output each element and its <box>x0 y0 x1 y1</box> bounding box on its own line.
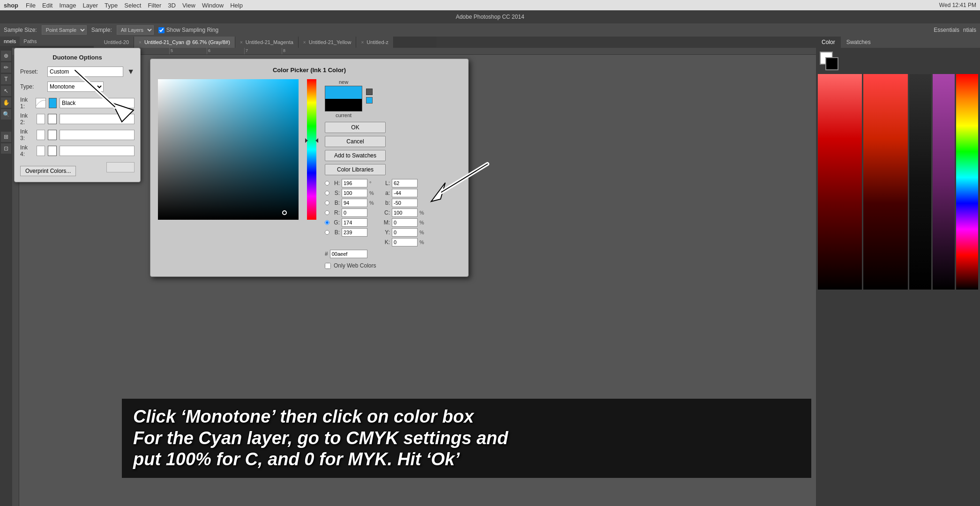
cancel-button[interactable]: Cancel <box>325 136 386 147</box>
input-Y[interactable] <box>392 228 418 237</box>
input-M[interactable] <box>392 218 418 227</box>
unit-H: ° <box>369 180 376 186</box>
input-B[interactable] <box>342 199 367 207</box>
tool-arrow[interactable]: ↖ <box>1 86 11 96</box>
tool-extra2[interactable]: ⊡ <box>1 143 11 154</box>
ink1-color-box[interactable] <box>49 98 57 108</box>
ink4-name-input[interactable] <box>60 146 135 156</box>
hex-input[interactable] <box>330 250 367 258</box>
tool-panel: ⊕ ✏ T ↖ ✋ 🔍 ⊞ ⊡ <box>0 48 12 506</box>
add-to-swatches-button[interactable]: Add to Swatches <box>325 150 386 161</box>
sample-size-select[interactable]: Point Sample <box>42 25 87 35</box>
overprint-colors-btn[interactable]: Overprint Colors... <box>20 166 76 176</box>
ink4-color-box[interactable] <box>48 146 57 156</box>
duotone-bottom: Overprint Colors... <box>20 162 135 176</box>
unit-K: % <box>419 239 424 245</box>
background-color[interactable] <box>825 57 838 70</box>
only-web-colors-checkbox[interactable] <box>325 263 331 269</box>
input-R[interactable] <box>342 208 367 217</box>
type-select[interactable]: Monotone Duotone Tritone Quadtone <box>47 82 104 92</box>
radio-B[interactable] <box>325 201 329 205</box>
menu-layer[interactable]: Layer <box>83 2 98 9</box>
radio-H[interactable] <box>325 181 329 186</box>
channels-tab-paths[interactable]: Paths <box>20 37 40 46</box>
color-tab[interactable]: Color <box>816 37 841 48</box>
field-row-B: B: % b: <box>325 199 428 207</box>
input-K[interactable] <box>392 238 418 246</box>
ink3-name-input[interactable] <box>60 130 135 140</box>
input-a[interactable] <box>392 189 418 197</box>
hue-arrow-left <box>315 138 318 143</box>
input-L[interactable] <box>392 179 418 187</box>
tab-untitled-21-cyan[interactable]: × Untitled-21_Cyan @ 66.7% (Gray/8#) <box>134 37 235 48</box>
menu-3d[interactable]: 3D <box>168 2 176 9</box>
tab-untitled-z[interactable]: × Untitled-z <box>356 37 393 48</box>
input-C[interactable] <box>392 208 418 217</box>
ink2-curve[interactable] <box>37 114 45 124</box>
field-row-G: G: M: % <box>325 218 428 227</box>
close-icon[interactable]: × <box>139 40 142 45</box>
ok-button[interactable]: OK <box>325 122 386 133</box>
tab-untitled-21-yellow[interactable]: × Untitled-21_Yellow <box>299 37 357 48</box>
input-S[interactable] <box>342 189 367 197</box>
ink1-curve[interactable] <box>36 98 46 108</box>
annotation-line1: Click ‘Monotone’ then click on color box <box>133 406 800 428</box>
menu-image[interactable]: Image <box>59 2 76 9</box>
essentials-label[interactable]: Essentials <box>934 27 959 33</box>
menu-view[interactable]: View <box>182 2 195 9</box>
preset-dropdown-icon[interactable]: ▼ <box>127 67 135 76</box>
color-preview-box[interactable] <box>325 86 362 112</box>
tool-hand[interactable]: ✋ <box>1 97 11 108</box>
red-gradient-strip <box>818 74 862 290</box>
menu-window[interactable]: Window <box>202 2 224 9</box>
ntials-label[interactable]: ntials <box>963 27 976 33</box>
menu-edit[interactable]: Edit <box>42 2 52 9</box>
color-libraries-button[interactable]: Color Libraries <box>325 164 386 175</box>
radio-R[interactable] <box>325 210 329 215</box>
label-L: L: <box>382 180 390 186</box>
sb-cursor <box>282 210 287 215</box>
channels-tab-active[interactable]: nnels <box>0 37 20 46</box>
menu-file[interactable]: File <box>26 2 36 9</box>
sb-gradient-box[interactable] <box>158 79 299 220</box>
tool-eyedropper[interactable]: ⊕ <box>1 51 11 61</box>
tool-text[interactable]: T <box>1 74 11 84</box>
radio-S[interactable] <box>325 191 329 195</box>
tab-untitled-21-magenta[interactable]: × Untitled-21_Magenta <box>235 37 299 48</box>
close-icon[interactable]: × <box>240 40 243 45</box>
tab-label: Untitled-20 <box>104 39 129 45</box>
type-label: Type: <box>20 83 44 90</box>
menu-help[interactable]: Help <box>230 2 243 9</box>
input-B2[interactable] <box>342 228 367 237</box>
input-G[interactable] <box>342 218 367 227</box>
tool-zoom[interactable]: 🔍 <box>1 109 11 119</box>
close-icon[interactable]: × <box>303 40 306 45</box>
label-Y: Y: <box>382 229 390 236</box>
menu-type[interactable]: Type <box>105 2 118 9</box>
ink1-name-input[interactable] <box>60 98 135 108</box>
preset-input[interactable] <box>47 67 123 77</box>
annotation-overlay: Click ‘Monotone’ then click on color box… <box>122 399 811 478</box>
sample-label: Sample: <box>91 27 112 33</box>
radio-G[interactable] <box>325 220 329 225</box>
field-row-H: H: ° L: <box>325 179 428 187</box>
menubar-right: Wed 12:41 PM <box>939 2 976 8</box>
show-sampling-ring-checkbox[interactable]: Show Sampling Ring <box>158 27 218 33</box>
web-safe-icon <box>366 97 373 104</box>
close-icon[interactable]: × <box>361 40 364 45</box>
ink2-name-input[interactable] <box>60 114 135 124</box>
ink3-curve[interactable] <box>37 130 45 140</box>
ink3-color-box[interactable] <box>48 130 57 140</box>
ink2-color-box[interactable] <box>48 114 57 124</box>
input-H[interactable] <box>342 179 367 187</box>
radio-B2[interactable] <box>325 230 329 235</box>
input-b-lab[interactable] <box>392 199 418 207</box>
tool-extra1[interactable]: ⊞ <box>1 132 11 142</box>
menu-select[interactable]: Select <box>124 2 141 9</box>
sample-select[interactable]: All Layers <box>117 25 154 35</box>
menu-filter[interactable]: Filter <box>148 2 161 9</box>
ink4-curve[interactable] <box>37 146 45 156</box>
tool-brush[interactable]: ✏ <box>1 62 11 73</box>
swatches-tab[interactable]: Swatches <box>841 37 876 48</box>
hue-strip[interactable] <box>307 79 316 220</box>
